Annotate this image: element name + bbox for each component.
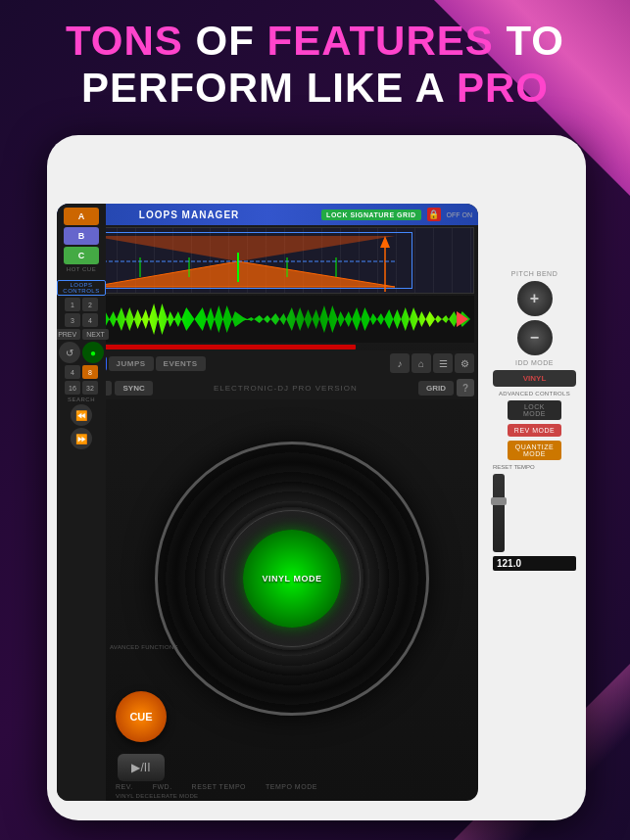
tempo-slider-thumb xyxy=(491,497,507,505)
jumps-tab[interactable]: JUMPS xyxy=(109,356,154,371)
like-a-text: LIKE A xyxy=(307,65,457,111)
loop-2-button[interactable]: 2 xyxy=(82,298,98,311)
loop-16-button[interactable]: 16 xyxy=(65,381,80,395)
prev-next-row: PREV NEXT xyxy=(57,329,109,340)
dj-controller: LOOPS MANAGER LOCK SIGNATURE GRID 🔒 OFF … xyxy=(57,204,478,801)
vinyl-mode-label: VINYL MODE xyxy=(263,574,322,583)
pitch-bend-plus-button[interactable]: + xyxy=(517,281,553,316)
waveform-svg xyxy=(62,228,473,293)
hot-cue-b-button[interactable]: B xyxy=(64,227,99,245)
right-panel: PITCH BEND + − IDD MODE VINYL ADVANCED C… xyxy=(493,270,576,571)
loop-32-button[interactable]: 32 xyxy=(82,381,98,395)
green-wave-inner xyxy=(65,300,470,339)
loops-num-row-3: 4 8 xyxy=(65,365,98,379)
left-panel: A B C HOT CUE LOOPS CONTROLS 1 2 3 4 PRE… xyxy=(57,204,106,801)
loops-num-row-1: 1 2 xyxy=(65,298,98,311)
loops-manager-bar: LOOPS MANAGER LOCK SIGNATURE GRID 🔒 OFF … xyxy=(57,204,478,225)
pitch-bend-minus-button[interactable]: − xyxy=(517,320,553,355)
loop-4b-button[interactable]: 4 xyxy=(65,365,80,379)
headline-line1: TONS OF FEATURES TO xyxy=(0,18,630,65)
cue-button[interactable]: CUE xyxy=(116,691,167,742)
svg-marker-1 xyxy=(91,236,395,261)
tabs-row: LOOPS JUMPS EVENTS ♪ ⌂ ☰ ⚙ xyxy=(57,350,478,376)
quantize-mode-button[interactable]: QUANTIZE MODE xyxy=(508,441,561,460)
green-waveform-strip: A xyxy=(61,296,474,343)
loops-controls-label: LOOPS CONTROLS xyxy=(57,280,106,296)
hot-cue-a-button[interactable]: A xyxy=(64,208,99,225)
tempo-mode-label: TEMPO MODE xyxy=(266,783,317,790)
forward-search-button[interactable]: ⏩ xyxy=(71,428,92,449)
waveform-marker xyxy=(457,311,468,327)
next-button[interactable]: NEXT xyxy=(82,329,109,340)
loop-8-button[interactable]: 8 xyxy=(82,365,98,379)
tablet-frame: LOOPS MANAGER LOCK SIGNATURE GRID 🔒 OFF … xyxy=(47,135,586,820)
prev-button[interactable]: PREV xyxy=(57,329,80,340)
tons-text: TONS xyxy=(66,18,183,64)
rewind-button[interactable]: ↺ xyxy=(59,342,80,363)
lock-icon: 🔒 xyxy=(427,208,441,221)
hot-cue-c-button[interactable]: C xyxy=(64,247,99,264)
tempo-label: RESET TEMPO xyxy=(493,464,576,470)
features-text: FEATURES xyxy=(267,18,494,64)
search-label: SEARCH xyxy=(68,397,95,402)
idd-mode-label: IDD MODE xyxy=(493,359,576,366)
round-btns-row: ↺ ● xyxy=(59,342,104,363)
music-note-icon[interactable]: ♪ xyxy=(390,353,410,373)
perform-text: PERFORM xyxy=(81,65,294,111)
fwd-label: FWD. xyxy=(153,783,172,790)
pro-text: PRO xyxy=(457,65,549,111)
lock-mode-button[interactable]: LOCK MODE xyxy=(508,400,561,420)
home-icon[interactable]: ⌂ xyxy=(412,353,431,373)
loop-4-button[interactable]: 4 xyxy=(82,313,98,327)
off-on-indicator: OFF ON xyxy=(447,211,472,218)
loop-3-button[interactable]: 3 xyxy=(65,313,80,327)
vinyl-decelerate-label: VINYL DECELERATE MODE xyxy=(116,793,198,799)
list-icon[interactable]: ☰ xyxy=(433,353,453,373)
advanced-functions-area: AVANCED FUNCTIONS xyxy=(110,644,178,650)
rev-label: REV. xyxy=(116,783,133,790)
loop-1-button[interactable]: 1 xyxy=(65,298,80,311)
vinyl-mode-button[interactable]: VINYL MODE xyxy=(243,530,341,628)
tempo-slider[interactable] xyxy=(493,474,505,552)
to-text: TO xyxy=(506,18,564,64)
lock-signature-button[interactable]: LOCK SIGNATURE GRID xyxy=(321,210,420,220)
vinyl-button[interactable]: VINYL xyxy=(493,370,576,387)
advanced-controls-label: ADVANCED CONTROLS xyxy=(493,391,576,397)
record-button[interactable]: ● xyxy=(82,342,104,363)
hot-cue-label: HOT CUE xyxy=(67,266,96,272)
gear-icon[interactable]: ⚙ xyxy=(455,353,474,373)
svg-marker-0 xyxy=(91,261,395,287)
loops-num-row-2: 3 4 xyxy=(65,313,98,327)
header: TONS OF FEATURES TO PERFORM LIKE A PRO xyxy=(0,18,630,113)
of-text: OF xyxy=(196,18,267,64)
loops-num-row-4: 16 32 xyxy=(65,381,98,395)
pitch-bend-label: PITCH BEND xyxy=(493,270,576,277)
rewind-search-button[interactable]: ⏪ xyxy=(71,404,92,426)
reset-tempo-label: RESET TEMPO xyxy=(192,783,246,790)
rev-mode-button[interactable]: REV MODE xyxy=(508,424,561,437)
events-tab[interactable]: EVENTS xyxy=(156,356,206,371)
bpm-display: 121.0 xyxy=(493,556,576,571)
waveform-display xyxy=(61,227,474,294)
turntable[interactable]: VINYL MODE xyxy=(155,442,429,716)
headline-line2: PERFORM LIKE A PRO xyxy=(0,65,630,112)
advanced-functions-label: AVANCED FUNCTIONS xyxy=(110,644,178,650)
